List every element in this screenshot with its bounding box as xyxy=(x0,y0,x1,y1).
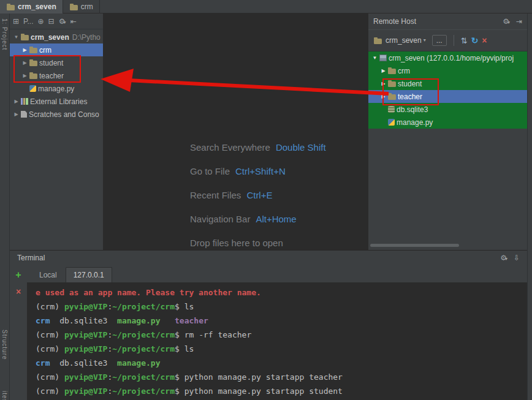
project-tree-item-teacher[interactable]: ▶teacher xyxy=(10,69,103,82)
remote-tree-item-crm[interactable]: ▶crm xyxy=(368,64,527,77)
terminal-panel: Terminal ⚙▾ ⇩ + × Local127.0.0.1 e used … xyxy=(10,250,527,400)
library-icon xyxy=(21,98,28,105)
tree-label: manage.py xyxy=(397,118,433,127)
terminal-tab-local[interactable]: Local xyxy=(32,268,64,282)
project-tree-item-external-libraries[interactable]: ▶External Libraries xyxy=(10,95,103,108)
hint-action: Drop files here to open xyxy=(190,238,283,248)
horizontal-scrollbar[interactable] xyxy=(370,244,459,247)
tree-label: student xyxy=(39,59,63,67)
remote-header-icons: ⚙▾ ⇥ xyxy=(503,17,522,26)
terminal-segment: pyvip@VIP xyxy=(64,372,107,382)
close-icon[interactable]: × xyxy=(482,36,487,45)
chevron-right-icon[interactable]: ▶ xyxy=(379,68,387,74)
project-panel-toolbar: ⊞ P... ⊕ ⊟ ⚙▾ ⇤ xyxy=(10,13,103,29)
project-tree-item-scratches-and-conso[interactable]: ▶Scratches and Conso xyxy=(10,108,103,121)
server-select[interactable]: crm_seven xyxy=(386,36,422,45)
gear-icon[interactable]: ⚙▾ xyxy=(59,18,66,25)
collapse-all-icon[interactable]: ⊟ xyxy=(48,18,55,25)
tree-label: manage.py xyxy=(38,85,74,93)
terminal-segment: ~/project/crm xyxy=(112,344,175,353)
chevron-right-icon[interactable]: ▶ xyxy=(379,81,387,86)
new-session-icon[interactable]: + xyxy=(15,270,21,280)
terminal-segment: db.sqlite3 xyxy=(50,316,117,325)
tab-label: crm xyxy=(81,2,93,11)
chevron-right-icon[interactable]: ▶ xyxy=(379,94,387,99)
project-panel: ⊞ P... ⊕ ⊟ ⚙▾ ⇤ ▼crm_sevenD:\Pytho▶crm▶s… xyxy=(10,13,103,250)
refresh-icon[interactable]: ↻ xyxy=(471,36,479,45)
tree-label: teacher xyxy=(39,72,64,80)
stripe-button-project[interactable]: 1: Project xyxy=(1,18,8,50)
terminal-line: (crm) pyvip@VIP:~/project/crm$ ls xyxy=(36,300,519,314)
tree-label: db.sqlite3 xyxy=(397,105,428,114)
project-tree-item-student[interactable]: ▶student xyxy=(10,56,103,69)
upload-download-icon[interactable]: ⇅ xyxy=(461,36,468,45)
editor-tab-crm-seven[interactable]: crm_seven xyxy=(0,0,63,13)
chevron-down-icon[interactable]: ▾ xyxy=(424,38,426,43)
terminal-segment: (crm) xyxy=(36,344,64,353)
tree-label: Scratches and Conso xyxy=(29,110,99,119)
database-icon xyxy=(388,106,395,113)
remote-tree-item-manage-py[interactable]: ▶manage.py xyxy=(368,116,527,129)
chevron-right-icon[interactable]: ▶ xyxy=(21,47,29,53)
server-icon xyxy=(379,55,387,61)
hide-panel-icon[interactable]: ⇥ xyxy=(516,17,522,26)
editor-tab-crm[interactable]: crm xyxy=(63,0,100,13)
close-session-icon[interactable]: × xyxy=(16,287,21,296)
terminal-segment: pyvip@VIP xyxy=(64,302,107,311)
terminal-tab-bar: Local127.0.0.1 xyxy=(27,265,112,282)
hint-action: Go to File xyxy=(190,166,230,176)
hint-action: Search Everywhere xyxy=(190,142,270,153)
python-icon xyxy=(388,119,395,126)
stripe-button-favorites[interactable]: ites xyxy=(1,391,8,400)
terminal-tab-127-0-0-1[interactable]: 127.0.0.1 xyxy=(66,267,112,282)
hint-recent-files: Recent FilesCtrl+E xyxy=(190,190,326,203)
terminal-segment: pyvip@VIP xyxy=(64,330,107,339)
terminal-header-icons: ⚙▾ ⇩ xyxy=(500,254,520,262)
locate-file-icon[interactable]: ⊕ xyxy=(38,18,44,25)
gear-icon[interactable]: ⚙▾ xyxy=(500,254,507,262)
hint-search-everywhere: Search EverywhereDouble Shift xyxy=(190,142,326,156)
terminal-segment: (crm) xyxy=(36,387,64,396)
terminal-segment: crm xyxy=(36,358,50,368)
terminal-gutter: + × xyxy=(10,265,27,400)
terminal-segment: pyvip@VIP xyxy=(64,344,107,353)
terminal-segment: ~/project/crm xyxy=(112,330,175,339)
project-tree-item-crm[interactable]: ▶crm xyxy=(10,43,103,56)
terminal-segment: crm xyxy=(36,316,50,325)
project-view-dropdown[interactable]: P... xyxy=(23,18,33,25)
hide-panel-icon[interactable]: ⇩ xyxy=(514,254,520,262)
terminal-segment: ~/project/crm xyxy=(112,387,175,396)
chevron-down-icon[interactable]: ▼ xyxy=(12,34,20,40)
chevron-right-icon[interactable]: ▶ xyxy=(12,99,20,104)
panel-view-icon[interactable]: ⊞ xyxy=(13,18,19,25)
folder-icon xyxy=(388,94,396,100)
terminal-segment xyxy=(161,316,175,325)
folder-icon xyxy=(21,35,29,40)
hint-navigation-bar: Navigation BarAlt+Home xyxy=(190,214,326,227)
hint-drop-files-here-to-open: Drop files here to open xyxy=(190,238,326,250)
stripe-button-structure[interactable]: Structure xyxy=(1,330,8,360)
remote-tree-item-teacher[interactable]: ▶teacher xyxy=(368,90,527,103)
project-tree-item-manage-py[interactable]: ▶manage.py xyxy=(10,82,103,95)
chevron-down-icon[interactable]: ▼ xyxy=(371,55,379,61)
remote-tree-item-crm-seven-127-0-0-1-home-pyvip-proj[interactable]: ▼crm_seven (127.0.0.1/home/pyvip/proj xyxy=(368,51,527,64)
folder-icon xyxy=(7,5,15,10)
remote-host-toolbar: crm_seven ▾ ... ⇅ ↻ × xyxy=(368,29,527,51)
gear-icon[interactable]: ⚙▾ xyxy=(503,17,510,26)
chevron-right-icon[interactable]: ▶ xyxy=(21,73,29,78)
terminal-output[interactable]: e used as an app name. Please try anothe… xyxy=(27,282,527,400)
terminal-header: Terminal ⚙▾ ⇩ xyxy=(10,251,527,265)
folder-icon xyxy=(29,61,37,66)
chevron-right-icon[interactable]: ▶ xyxy=(12,111,20,117)
chevron-right-icon[interactable]: ▶ xyxy=(21,60,29,66)
chevron-down-icon: ▾ xyxy=(63,20,66,25)
terminal-segment: $ python manage.py startapp teacher xyxy=(175,372,343,382)
hint-shortcut: Ctrl+Shift+N xyxy=(235,166,286,176)
more-servers-button[interactable]: ... xyxy=(432,35,447,46)
remote-tree-item-student[interactable]: ▶student xyxy=(368,77,527,90)
terminal-segment: $ ls xyxy=(175,344,194,353)
hint-action: Navigation Bar xyxy=(190,214,250,224)
remote-tree-item-db-sqlite3[interactable]: ▶db.sqlite3 xyxy=(368,103,527,116)
hide-panel-icon[interactable]: ⇤ xyxy=(70,18,76,25)
project-tree-item-crm-seven[interactable]: ▼crm_sevenD:\Pytho xyxy=(10,31,103,43)
